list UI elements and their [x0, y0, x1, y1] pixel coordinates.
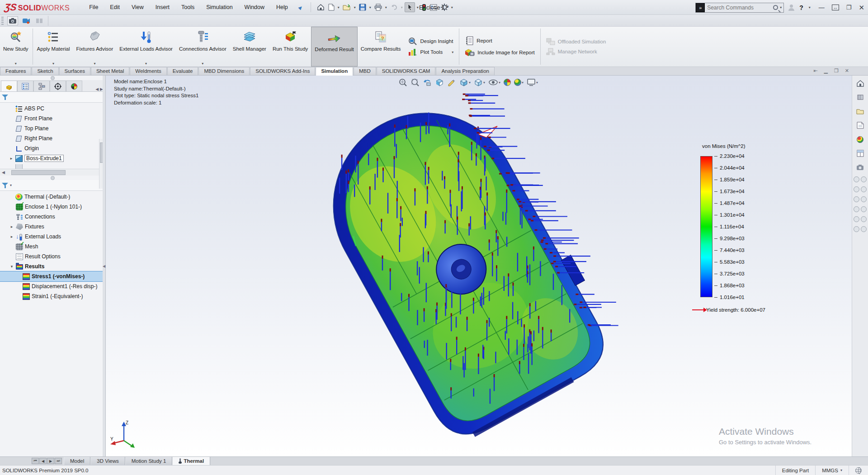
community-links-icons[interactable] [854, 176, 867, 182]
command-tab[interactable]: MBD [354, 67, 376, 75]
menu-item[interactable]: File [84, 2, 103, 12]
search-input[interactable] [707, 5, 773, 11]
connections-advisor-button[interactable]: Connections Advisor ▾ [176, 27, 230, 66]
new-study-button[interactable]: New Study ▾ [0, 27, 32, 66]
expand-arrow-icon[interactable] [9, 156, 14, 161]
study-tree-item[interactable]: Results [0, 261, 105, 271]
study-tree-item[interactable]: Mesh [0, 242, 105, 252]
command-tab[interactable]: SOLIDWORKS Add-Ins [250, 67, 315, 75]
study-tree-item[interactable]: Connections [0, 212, 105, 222]
study-tree-item[interactable]: Displacement1 (-Res disp-) [0, 281, 105, 291]
manage-network-button[interactable]: Manage Network [546, 48, 606, 55]
feature-tree-item[interactable]: Boss-Extrude1 [0, 153, 105, 163]
fixtures-advisor-caret[interactable]: ▾ [94, 62, 95, 66]
menu-item[interactable]: Tools [176, 2, 199, 12]
fixtures-advisor-button[interactable]: Fixtures Advisor ▾ [73, 27, 116, 66]
settings-caret[interactable]: ▾ [451, 5, 453, 10]
custom-properties-icon[interactable] [855, 148, 866, 158]
dimxpertmanager-tab[interactable] [50, 81, 66, 91]
close-button[interactable]: ✕ [859, 4, 864, 12]
study-tree-filter[interactable]: ▾ [0, 180, 105, 191]
feature-tree-item-clipped[interactable] [0, 164, 105, 169]
panel-splitter-middle[interactable] [0, 176, 105, 180]
offloaded-simulation-button[interactable]: Offloaded Simulation [546, 38, 606, 45]
study-tree-item[interactable]: Stress1 (-vonMises-) [0, 271, 105, 281]
select-tool-button[interactable] [405, 2, 415, 12]
featuremanager-tab[interactable] [1, 81, 17, 91]
save-button[interactable] [358, 3, 368, 12]
community-links-icons[interactable] [854, 196, 867, 202]
plot-tools-button[interactable]: Plot Tools ▾ [408, 48, 453, 56]
menu-item[interactable]: Simulation [201, 2, 237, 12]
study-tree-item[interactable]: Fixtures [0, 222, 105, 232]
pane-close-icon[interactable]: ✕ [845, 68, 849, 74]
toolbar-grip[interactable] [1, 17, 4, 25]
next-tab-icon[interactable]: ▶ [47, 458, 54, 464]
pane-restore-icon[interactable]: ❐ [834, 68, 839, 74]
expand-arrow-icon[interactable] [9, 224, 14, 229]
community-links-icons[interactable] [854, 226, 867, 232]
help-button[interactable]: ? [799, 4, 803, 11]
shell-manager-button[interactable]: Shell Manager [230, 27, 269, 66]
command-tab[interactable]: Sheet Metal [91, 67, 129, 75]
undo-caret[interactable]: ▾ [401, 5, 403, 10]
plot-tools-caret[interactable]: ▾ [452, 50, 453, 54]
report-button[interactable]: Report [465, 36, 535, 45]
panel-tab-scroll-left-icon[interactable]: ◀ [95, 87, 99, 91]
feature-tree-item[interactable]: Origin [0, 143, 105, 153]
prev-tab-icon[interactable]: ◀ [39, 458, 47, 464]
restore-button[interactable]: ❐ [846, 4, 852, 11]
first-tab-icon[interactable]: ⏮ [32, 458, 39, 464]
command-tab[interactable]: Analysis Preparation [436, 67, 494, 75]
document-tab[interactable]: Thermal [172, 457, 210, 465]
menu-item[interactable]: Insert [151, 2, 175, 12]
design-library-icon[interactable] [855, 92, 866, 102]
menu-item[interactable]: View [127, 2, 149, 12]
menu-item[interactable]: Window [240, 2, 269, 12]
search-commands-box[interactable]: » ▾ [695, 3, 784, 13]
study-tree-item[interactable]: Result Options [0, 252, 105, 261]
command-tab[interactable]: Evaluate [167, 67, 198, 75]
pin-menu-icon[interactable]: ► [296, 3, 305, 12]
configurationmanager-tab[interactable] [33, 81, 50, 91]
community-links-icons[interactable] [854, 206, 867, 212]
study-tree-item[interactable]: Thermal (-Default-) [0, 192, 105, 202]
file-explorer-icon[interactable] [855, 106, 866, 116]
external-loads-advisor-caret[interactable]: ▾ [145, 62, 147, 66]
document-tab[interactable]: 3D Views [90, 457, 125, 465]
print-button[interactable] [373, 3, 383, 12]
propertymanager-tab[interactable] [17, 81, 33, 91]
feature-tree-item[interactable]: Top Plane [0, 124, 105, 133]
units-selector[interactable]: MMGS▾ [815, 466, 849, 475]
help-caret[interactable]: ▾ [809, 5, 811, 10]
graphics-viewport[interactable]: Model name:Enclose 1 Study name:Thermal(… [106, 76, 852, 456]
filter-caret[interactable]: ▾ [10, 183, 12, 187]
open-caret[interactable]: ▾ [354, 5, 356, 10]
panel-splitter-top[interactable] [0, 76, 105, 80]
record-video-button[interactable] [21, 16, 32, 25]
pause-capture-button[interactable] [34, 16, 44, 25]
feature-tree-horizontal-scrollbar[interactable]: ◀ ▶ [0, 169, 105, 176]
print-caret[interactable]: ▾ [385, 5, 387, 10]
search-caret[interactable]: ▾ [780, 5, 782, 10]
settings-gear-button[interactable] [439, 3, 449, 12]
apply-material-caret[interactable]: ▾ [52, 62, 54, 66]
minimize-button[interactable]: — [819, 4, 825, 11]
panel-resize-handle[interactable]: ◀ [103, 76, 106, 456]
study-tree-item[interactable]: Strain1 (-Equivalent-) [0, 291, 105, 301]
search-icon[interactable] [773, 5, 778, 10]
compare-results-button[interactable]: ? Compare Results [358, 27, 404, 66]
community-links-icons[interactable] [854, 186, 867, 192]
save-caret[interactable]: ▾ [369, 5, 371, 10]
include-image-button[interactable]: Include Image for Report [465, 48, 535, 57]
scrollbar-thumb[interactable] [11, 170, 66, 175]
view-palette-icon[interactable] [855, 120, 866, 130]
new-document-button[interactable] [327, 3, 336, 12]
pane-previous-icon[interactable]: ⇤ [813, 68, 817, 74]
command-tab[interactable]: SOLIDWORKS CAM [377, 67, 436, 75]
last-tab-icon[interactable]: ⏭ [55, 458, 62, 464]
select-tool-caret[interactable]: ▾ [417, 5, 419, 10]
command-tab[interactable]: Simulation [316, 67, 353, 76]
pane-minimize-icon[interactable]: ▁ [824, 68, 827, 74]
search-scope-icon[interactable]: » [696, 3, 705, 12]
